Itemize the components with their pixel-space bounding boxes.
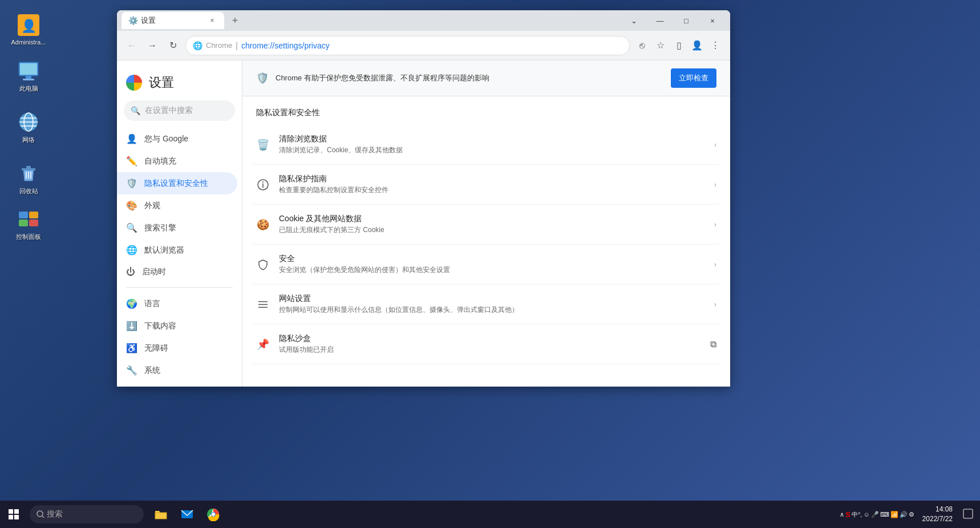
svg-rect-34: [963, 509, 973, 518]
sidebar-item-privacy[interactable]: 🛡️ 隐私设置和安全性: [117, 172, 237, 194]
sidebar-item-system[interactable]: 🔧 系统: [117, 359, 237, 381]
browser-nav-icon: 🌐: [126, 245, 137, 255]
taskbar-clock[interactable]: 14:08 2022/7/22: [918, 505, 957, 524]
profile-icon[interactable]: 👤: [689, 38, 705, 54]
window-maximize-button[interactable]: □: [673, 10, 699, 31]
sidebar-item-accessibility[interactable]: ♿ 无障碍: [117, 337, 237, 359]
start-button[interactable]: [0, 501, 27, 528]
svg-rect-26: [14, 515, 19, 519]
sidebar-search-label: 搜索引擎: [144, 223, 176, 233]
sidebar-appearance-label: 外观: [144, 201, 160, 211]
url-source-label: Chrome: [206, 41, 232, 50]
sidebar-item-download[interactable]: ⬇️ 下载内容: [117, 315, 237, 337]
browser-window: ⚙️ 设置 × + ⌄ — □ × ← → ↻ 🌐 Chrome | chrom…: [117, 10, 730, 387]
input-method-icon: S: [845, 510, 851, 519]
taskbar-search[interactable]: 搜索: [30, 505, 144, 523]
split-view-icon[interactable]: ▯: [671, 38, 687, 54]
sidebar-item-browser[interactable]: 🌐 默认浏览器: [117, 239, 237, 261]
external-link-icon: ⧉: [710, 339, 716, 350]
security-desc: 安全浏览（保护您免受危险网站的侵害）和其他安全设置: [279, 265, 705, 275]
site-settings-arrow-icon: ›: [714, 300, 716, 308]
taskbar-chrome[interactable]: [201, 502, 226, 527]
privacy-sandbox-title: 隐私沙盒: [279, 334, 701, 344]
emoji-icon: ☺: [863, 511, 869, 518]
clear-browsing-icon: 🗑️: [256, 138, 270, 152]
svg-rect-3: [26, 76, 31, 79]
security-icon: [256, 258, 270, 271]
desktop-icon-this-pc[interactable]: 此电脑: [6, 57, 51, 95]
sidebar-item-google[interactable]: 👤 您与 Google: [117, 128, 237, 150]
window-minimize-button[interactable]: —: [647, 10, 673, 31]
window-controls: ⌄ — □ ×: [621, 10, 726, 31]
svg-text:👤: 👤: [21, 18, 37, 34]
forward-button[interactable]: →: [144, 38, 160, 54]
appearance-nav-icon: 🎨: [126, 200, 137, 211]
settings-item-privacy-guide[interactable]: 隐私保护指南 检查重要的隐私控制设置和安全控件 ›: [252, 165, 721, 205]
window-close-button[interactable]: ×: [699, 10, 726, 31]
settings-search-box[interactable]: 🔍 在设置中搜索: [124, 100, 235, 121]
new-tab-button[interactable]: +: [226, 12, 244, 29]
notification-button[interactable]: [961, 509, 975, 521]
title-bar: ⚙️ 设置 × + ⌄ — □ ×: [117, 10, 730, 31]
desktop-icon-admin[interactable]: 👤 Administra...: [6, 11, 51, 48]
tab-close-button[interactable]: ×: [207, 15, 217, 26]
taskbar-right: ∧ S 中°, ☺ 🎤 ⌨ 📶 🔊 ⚙ 14:08 2022/7/22: [840, 505, 980, 524]
browser-tab[interactable]: ⚙️ 设置 ×: [122, 12, 224, 29]
taskbar-mail[interactable]: [175, 502, 200, 527]
url-bar[interactable]: 🌐 Chrome | chrome://settings/privacy: [185, 36, 630, 55]
sidebar-item-language[interactable]: 🌍 语言: [117, 293, 237, 315]
settings-page-title: 设置: [149, 74, 174, 91]
tray-up-arrow[interactable]: ∧: [840, 511, 844, 518]
settings-item-cookies[interactable]: 🍪 Cookie 及其他网站数据 已阻止无痕模式下的第三方 Cookie ›: [252, 205, 721, 245]
svg-rect-16: [29, 220, 38, 226]
clock-date: 2022/7/22: [922, 514, 953, 524]
svg-rect-14: [29, 212, 38, 218]
privacy-sandbox-icon: 📌: [256, 338, 270, 351]
back-button[interactable]: ←: [124, 38, 140, 54]
desktop-icon-network[interactable]: 网络: [6, 108, 51, 147]
search-engine-nav-icon: 🔍: [126, 222, 137, 233]
clear-browsing-title: 清除浏览数据: [279, 134, 705, 144]
sidebar-item-autofill[interactable]: ✏️ 自动填充: [117, 150, 237, 172]
sidebar-startup-label: 启动时: [142, 267, 166, 277]
bookmark-icon[interactable]: ☆: [653, 38, 669, 54]
svg-rect-13: [19, 212, 28, 218]
settings-item-site-settings[interactable]: 网站设置 控制网站可以使用和显示什么信息（如位置信息、摄像头、弹出式窗口及其他）…: [252, 285, 721, 324]
window-chevron-button[interactable]: ⌄: [621, 10, 647, 31]
network-tray-icon: 📶: [890, 511, 898, 518]
desktop-icon-recycle[interactable]: 回收站: [6, 160, 51, 198]
privacy-guide-icon: [256, 178, 270, 192]
svg-rect-25: [9, 515, 13, 519]
sidebar-item-startup[interactable]: ⏻ 启动时: [117, 261, 237, 283]
cookies-arrow-icon: ›: [714, 221, 716, 229]
keyboard-icon: ⌨: [880, 511, 889, 518]
sidebar-google-label: 您与 Google: [144, 134, 188, 144]
share-icon[interactable]: ⎋: [634, 38, 650, 54]
url-separator: |: [236, 41, 238, 50]
settings-item-security[interactable]: 安全 安全浏览（保护您免受危险网站的侵害）和其他安全设置 ›: [252, 245, 721, 285]
site-settings-title: 网站设置: [279, 294, 705, 304]
desktop-icon-control[interactable]: 控制面板: [6, 205, 51, 243]
url-favicon-icon: 🌐: [193, 41, 203, 50]
cookies-icon: 🍪: [256, 218, 270, 231]
privacy-guide-arrow-icon: ›: [714, 181, 716, 189]
settings-main: 🛡️ Chrome 有助于保护您免受数据泄露、不良扩展程序等问题的影响 立即检查…: [242, 60, 730, 387]
clear-browsing-desc: 清除浏览记录、Cookie、缓存及其他数据: [279, 145, 705, 155]
sidebar-download-label: 下载内容: [144, 321, 176, 331]
settings-item-privacy-sandbox[interactable]: 📌 隐私沙盒 试用版功能已开启 ⧉: [252, 324, 721, 364]
system-tray: ∧ S 中°, ☺ 🎤 ⌨ 📶 🔊 ⚙: [840, 510, 914, 519]
taskbar-file-explorer[interactable]: [148, 502, 173, 527]
clear-browsing-arrow-icon: ›: [714, 141, 716, 149]
menu-icon[interactable]: ⋮: [707, 38, 723, 54]
svg-point-27: [37, 511, 43, 517]
chrome-logo: [126, 75, 142, 91]
sidebar-item-search[interactable]: 🔍 搜索引擎: [117, 217, 237, 239]
refresh-button[interactable]: ↻: [165, 38, 181, 54]
privacy-section-title: 隐私设置和安全性: [242, 96, 730, 125]
safety-shield-icon: 🛡️: [256, 72, 269, 84]
safety-check-button[interactable]: 立即检查: [671, 68, 716, 88]
sidebar-item-appearance[interactable]: 🎨 外观: [117, 194, 237, 217]
sidebar-divider: [126, 287, 233, 288]
settings-item-clear-browsing[interactable]: 🗑️ 清除浏览数据 清除浏览记录、Cookie、缓存及其他数据 ›: [252, 125, 721, 165]
sidebar-item-reset[interactable]: 🕐 重置并清理: [117, 381, 237, 387]
